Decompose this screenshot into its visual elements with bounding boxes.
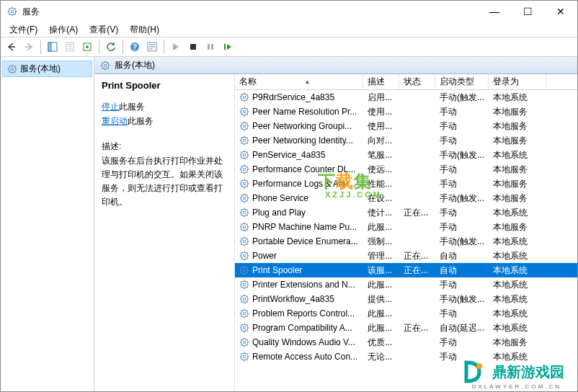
restart-service-link[interactable]: 重启动 (102, 116, 128, 126)
right-split: Print Spooler 停止此服务 重启动此服务 描述: 该服务在后台执行打… (94, 74, 577, 391)
svg-rect-26 (224, 44, 226, 50)
table-row[interactable]: PenService_4a835笔服...手动(触发...本地系统 (235, 148, 577, 162)
menu-file[interactable]: 文件(F) (4, 24, 43, 36)
service-name-text: Performance Logs & Aler... (252, 179, 355, 189)
cell-startup: 自动(延迟... (435, 322, 489, 334)
cell-name: Program Compatibility A... (235, 323, 363, 333)
table-row[interactable]: Phone Service在设...手动(触发...本地服务 (235, 191, 577, 205)
table-row[interactable]: Problem Reports Control...此服...手动本地系统 (235, 306, 577, 321)
column-name[interactable]: 名称 ▲ (235, 74, 363, 89)
properties-button[interactable] (62, 39, 78, 55)
svg-text:?: ? (133, 43, 137, 51)
gear-icon (239, 164, 249, 174)
gear-icon (239, 352, 249, 362)
cell-startup: 手动(触发... (435, 92, 489, 104)
cell-startup: 自动 (435, 250, 489, 262)
service-name-text: Phone Service (252, 193, 308, 203)
restart-service-button[interactable] (220, 39, 236, 55)
table-row[interactable]: Quality Windows Audio V...优质...手动本地服务 (235, 335, 577, 349)
table-row[interactable]: Remote Access Auto Con...无论...手动本地系统 (235, 349, 577, 364)
gear-icon (239, 208, 249, 218)
column-description[interactable]: 描述 (363, 74, 399, 89)
cell-desc: 提供... (363, 293, 399, 306)
forward-button[interactable] (21, 39, 37, 55)
table-row[interactable]: Peer Name Resolution Pr...使用...手动本地服务 (235, 104, 577, 119)
gear-icon (239, 107, 249, 117)
services-window: 服务 — ☐ ✕ 文件(F) 操作(A) 查看(V) 帮助(H) (0, 0, 578, 392)
cell-startup: 手动 (435, 207, 489, 219)
table-row[interactable]: Power管理...正在...自动本地系统 (235, 249, 577, 263)
app-icon (6, 6, 18, 17)
menu-help[interactable]: 帮助(H) (124, 24, 165, 36)
table-row[interactable]: Printer Extensions and N...此服...手动本地系统 (235, 277, 577, 292)
table-row[interactable]: P9RdrService_4a835启用...手动(触发...本地系统 (235, 90, 577, 104)
cell-name: PenService_4a835 (235, 150, 363, 160)
start-service-button[interactable] (168, 39, 184, 55)
table-row[interactable]: PrintWorkflow_4a835提供...手动(触发...本地系统 (235, 292, 577, 306)
stop-service-link[interactable]: 停止 (102, 102, 119, 112)
cell-name: Performance Counter DL... (235, 164, 363, 174)
info-button[interactable] (144, 39, 160, 55)
table-row[interactable]: Print Spooler该服...正在...自动本地系统 (235, 263, 577, 277)
stop-service-button[interactable] (185, 39, 201, 55)
service-name-text: Printer Extensions and N... (252, 280, 355, 290)
cell-desc: 此服... (363, 221, 399, 233)
show-hide-tree-button[interactable] (45, 39, 61, 55)
cell-startup: 手动 (435, 135, 489, 147)
cell-name: Phone Service (235, 193, 363, 203)
service-name-text: Portable Device Enumera... (252, 236, 358, 246)
cell-logon: 本地系统 (489, 308, 546, 320)
table-row[interactable]: Plug and Play使计...正在...手动本地系统 (235, 205, 577, 220)
back-button[interactable] (4, 39, 19, 55)
table-row[interactable]: Peer Networking Groupi...使用...手动本地服务 (235, 119, 577, 133)
table-row[interactable]: Performance Counter DL...使远...手动本地服务 (235, 162, 577, 177)
table-row[interactable]: Performance Logs & Aler...性能...手动本地服务 (235, 177, 577, 191)
column-status[interactable]: 状态 (399, 74, 435, 89)
tree-pane: 服务(本地) (1, 57, 94, 391)
column-logon-as[interactable]: 登录为 (489, 74, 546, 89)
column-startup-type[interactable]: 启动类型 (435, 74, 489, 89)
cell-name: Peer Networking Identity... (235, 135, 363, 146)
table-row[interactable]: Portable Device Enumera...强制...手动(触发...本… (235, 234, 577, 249)
cell-name: Portable Device Enumera... (235, 236, 363, 246)
cell-startup: 手动(触发... (435, 293, 489, 306)
description-label: 描述: (102, 141, 227, 153)
list-body[interactable]: P9RdrService_4a835启用...手动(触发...本地系统Peer … (235, 90, 577, 391)
toolbar-separator (123, 40, 123, 54)
cell-desc: 使用... (363, 120, 399, 133)
service-name-text: PNRP Machine Name Pu... (252, 222, 357, 232)
cell-startup: 手动 (435, 337, 489, 349)
export-button[interactable] (79, 39, 95, 55)
cell-logon: 本地系统 (489, 264, 546, 277)
gear-icon (239, 265, 249, 275)
gear-icon (239, 121, 249, 131)
cell-status: 正在... (399, 322, 435, 334)
cell-logon: 本地系统 (489, 236, 546, 248)
svg-rect-24 (208, 44, 210, 50)
maximize-button[interactable]: ☐ (511, 1, 544, 22)
refresh-button[interactable] (103, 39, 119, 55)
cell-logon: 本地系统 (489, 322, 546, 334)
cell-name: Peer Networking Groupi... (235, 121, 363, 131)
pause-service-button[interactable] (203, 39, 218, 55)
tree-root-services-local[interactable]: 服务(本地) (2, 61, 92, 77)
menu-view[interactable]: 查看(V) (84, 24, 124, 36)
cell-name: Power (235, 251, 363, 261)
help-button[interactable]: ? (127, 39, 143, 55)
gear-icon (239, 251, 249, 261)
toolbar-separator (99, 40, 99, 54)
table-row[interactable]: Peer Networking Identity...向对...手动本地服务 (235, 133, 577, 148)
minimize-button[interactable]: — (478, 1, 511, 22)
menu-action[interactable]: 操作(A) (43, 24, 84, 36)
close-button[interactable]: ✕ (544, 1, 577, 22)
svg-rect-23 (190, 44, 196, 50)
cell-startup: 自动 (435, 264, 489, 277)
menubar: 文件(F) 操作(A) 查看(V) 帮助(H) (1, 22, 577, 37)
cell-logon: 本地服务 (489, 106, 546, 118)
table-row[interactable]: Program Compatibility A...此服...正在...自动(延… (235, 321, 577, 335)
gear-icon (239, 92, 249, 102)
cell-logon: 本地服务 (489, 337, 546, 349)
service-name-text: P9RdrService_4a835 (252, 92, 334, 102)
table-row[interactable]: PNRP Machine Name Pu...此服...手动本地服务 (235, 220, 577, 234)
service-name-text: Quality Windows Audio V... (252, 337, 355, 347)
